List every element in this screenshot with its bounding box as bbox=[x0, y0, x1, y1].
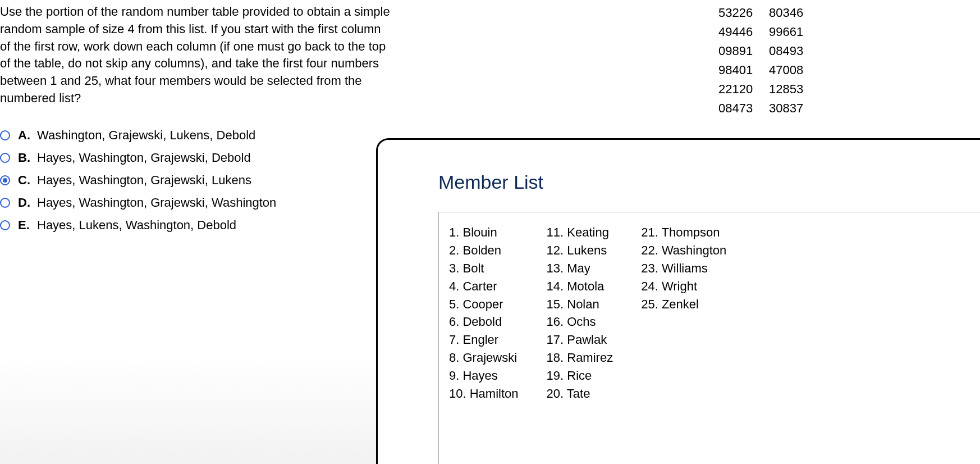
member-column-3: 21. Thompson 22. Washington 23. Williams… bbox=[641, 224, 726, 403]
member-column-2: 11. Keating 12. Lukens 13. May 14. Motol… bbox=[547, 224, 613, 403]
choice-a[interactable]: A. Washington, Grajewski, Lukens, Debold bbox=[0, 128, 276, 143]
list-item: 3. Bolt bbox=[449, 260, 519, 278]
list-item: 10. Hamilton bbox=[449, 385, 519, 403]
question-text: Use the portion of the random number tab… bbox=[0, 3, 393, 107]
member-column-1: 1. Blouin 2. Bolden 3. Bolt 4. Carter 5.… bbox=[449, 224, 519, 403]
radio-icon[interactable] bbox=[0, 175, 10, 185]
list-item: 19. Rice bbox=[547, 367, 613, 385]
radio-icon[interactable] bbox=[0, 198, 10, 208]
list-item: 24. Wright bbox=[641, 278, 726, 295]
choice-e[interactable]: E. Hayes, Lukens, Washington, Debold bbox=[0, 218, 276, 233]
popup-title: Member List bbox=[438, 171, 980, 193]
radio-icon[interactable] bbox=[0, 153, 10, 163]
table-row: 5322680346 bbox=[718, 3, 803, 22]
background-fade bbox=[0, 357, 376, 464]
list-item: 25. Zenkel bbox=[641, 295, 726, 313]
answer-choices: A. Washington, Grajewski, Lukens, Debold… bbox=[0, 128, 276, 240]
member-list-popup: Member List 1. Blouin 2. Bolden 3. Bolt … bbox=[376, 138, 980, 464]
choice-text: Hayes, Washington, Grajewski, Washington bbox=[37, 195, 276, 210]
choice-text: Hayes, Washington, Grajewski, Lukens bbox=[37, 173, 251, 188]
table-row: 4944699661 bbox=[718, 22, 803, 42]
list-item: 21. Thompson bbox=[641, 224, 726, 242]
list-item: 23. Williams bbox=[641, 260, 726, 278]
list-item: 8. Grajewski bbox=[449, 349, 519, 367]
page: Use the portion of the random number tab… bbox=[0, 0, 980, 464]
list-item: 4. Carter bbox=[449, 278, 519, 295]
choice-text: Hayes, Washington, Grajewski, Debold bbox=[37, 151, 251, 165]
member-list-box: 1. Blouin 2. Bolden 3. Bolt 4. Carter 5.… bbox=[438, 212, 980, 464]
list-item: 17. Pawlak bbox=[547, 331, 613, 349]
member-columns: 1. Blouin 2. Bolden 3. Bolt 4. Carter 5.… bbox=[449, 224, 970, 403]
choice-letter: C. bbox=[18, 173, 31, 188]
table-row: 0847330837 bbox=[718, 99, 803, 118]
table-row: 9840147008 bbox=[718, 61, 803, 80]
list-item: 13. May bbox=[547, 260, 613, 278]
list-item: 18. Ramirez bbox=[547, 349, 613, 367]
radio-icon[interactable] bbox=[0, 220, 10, 230]
choice-c[interactable]: C. Hayes, Washington, Grajewski, Lukens bbox=[0, 173, 276, 188]
list-item: 2. Bolden bbox=[449, 242, 519, 260]
table-row: 2212012853 bbox=[718, 80, 803, 99]
choice-d[interactable]: D. Hayes, Washington, Grajewski, Washing… bbox=[0, 195, 276, 210]
choice-letter: A. bbox=[18, 128, 31, 143]
choice-letter: D. bbox=[18, 195, 31, 210]
choice-letter: E. bbox=[18, 218, 31, 233]
choice-text: Hayes, Lukens, Washington, Debold bbox=[37, 218, 236, 233]
list-item: 9. Hayes bbox=[449, 367, 519, 385]
list-item: 11. Keating bbox=[547, 224, 613, 242]
list-item: 15. Nolan bbox=[547, 295, 613, 313]
radio-icon[interactable] bbox=[0, 130, 10, 140]
list-item: 20. Tate bbox=[547, 385, 613, 403]
random-number-table: 5322680346 4944699661 0989108493 9840147… bbox=[718, 3, 803, 119]
list-item: 14. Motola bbox=[547, 278, 613, 295]
choice-b[interactable]: B. Hayes, Washington, Grajewski, Debold bbox=[0, 151, 276, 165]
list-item: 1. Blouin bbox=[449, 224, 519, 242]
choice-text: Washington, Grajewski, Lukens, Debold bbox=[37, 128, 255, 143]
choice-letter: B. bbox=[18, 151, 31, 165]
list-item: 12. Lukens bbox=[547, 242, 613, 260]
list-item: 7. Engler bbox=[449, 331, 519, 349]
list-item: 16. Ochs bbox=[547, 313, 613, 331]
table-row: 0989108493 bbox=[718, 42, 803, 61]
list-item: 22. Washington bbox=[641, 242, 726, 260]
list-item: 5. Cooper bbox=[449, 295, 519, 313]
list-item: 6. Debold bbox=[449, 313, 519, 331]
